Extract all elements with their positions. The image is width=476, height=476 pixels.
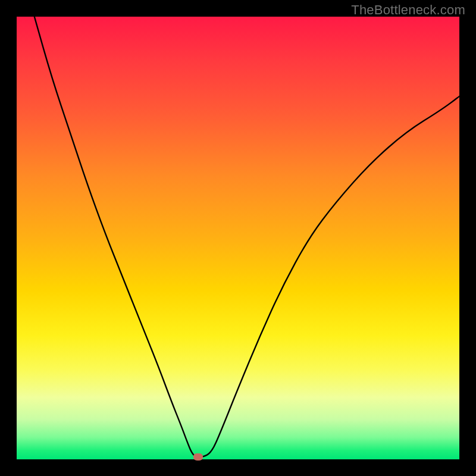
curve-path: [35, 17, 459, 457]
watermark-label: TheBottleneck.com: [351, 2, 465, 18]
plot-area: [17, 17, 459, 459]
bottleneck-marker: [193, 453, 203, 461]
line-chart: [17, 17, 459, 459]
